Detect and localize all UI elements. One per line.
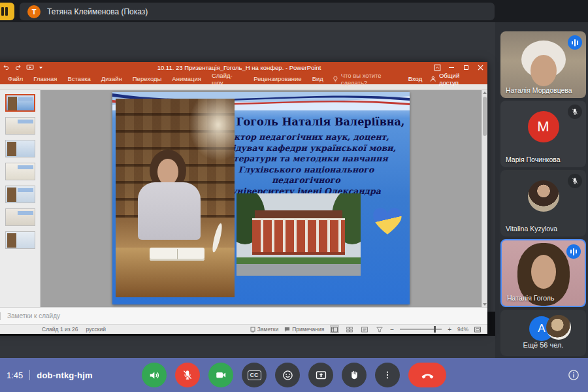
mic-off-icon (568, 174, 582, 188)
tab-animations[interactable]: Анимация (167, 73, 206, 84)
normal-view-button[interactable] (330, 325, 339, 333)
speaker-icon (148, 369, 161, 382)
quick-access-toolbar (0, 64, 43, 71)
slide-thumbnail[interactable] (5, 94, 35, 112)
undo-icon[interactable] (3, 64, 10, 71)
present-screen-icon (315, 369, 327, 382)
zoom-in-button[interactable]: + (448, 326, 451, 333)
meeting-info: 1:45 dob-ntkg-hjm (7, 358, 93, 392)
tab-file[interactable]: Файл (3, 73, 28, 84)
ribbon-options-icon[interactable] (430, 62, 444, 73)
reactions-button[interactable] (275, 363, 300, 387)
slide-counter: Слайд 1 из 26 (42, 326, 78, 333)
camera-button[interactable] (208, 363, 233, 387)
more-participants-tile[interactable]: A Ещё 56 чел. (500, 310, 586, 356)
participant-name: Наталія Мордовцева (506, 86, 572, 94)
more-options-icon (382, 370, 393, 380)
portrait-photo (116, 99, 235, 297)
end-call-button[interactable] (408, 363, 446, 387)
meeting-details-button[interactable] (567, 368, 580, 384)
meet-control-bar: 1:45 dob-ntkg-hjm CC (0, 358, 588, 392)
vertical-scrollbar[interactable] (482, 90, 487, 307)
ppt-status-bar: Слайд 1 из 26 русский Заметки Примечания (0, 324, 487, 334)
slide-thumbnail[interactable] (5, 117, 35, 135)
mic-off-icon (182, 369, 193, 381)
participant-tile[interactable]: М Марія Починкова (500, 101, 586, 167)
raise-hand-button[interactable] (342, 363, 367, 387)
zoom-slider[interactable] (400, 329, 442, 330)
participant-tile[interactable]: Vitalina Kyzylova (500, 170, 586, 237)
captions-icon: CC (248, 370, 261, 380)
slide-thumbnail[interactable] (5, 231, 35, 249)
zoom-out-button[interactable]: − (390, 326, 394, 333)
avatar: М (528, 111, 559, 142)
avatar-photo (546, 315, 571, 340)
start-slideshow-icon[interactable] (26, 64, 34, 71)
camera-icon (215, 369, 227, 381)
share-label: Общий доступ (439, 72, 480, 86)
slide-title: Гоголь Наталія Валеріївна, (235, 116, 406, 128)
notes-toggle[interactable]: Заметки (250, 326, 279, 333)
tab-transitions[interactable]: Переходы (127, 73, 167, 84)
more-options-button[interactable] (375, 363, 400, 387)
restore-button[interactable] (459, 62, 473, 73)
university-building-photo (237, 193, 361, 276)
person-icon (430, 76, 436, 82)
language-indicator[interactable]: русский (86, 326, 106, 333)
slideshow-view-button[interactable] (375, 325, 384, 333)
more-participants-label: Ещё 56 чел. (500, 341, 586, 349)
slide-thumbnail[interactable] (5, 208, 35, 226)
participant-tile-active-speaker[interactable]: Наталія Гоголь (500, 239, 586, 307)
notes-pane[interactable]: ▾ Заметки к слайду (0, 307, 487, 324)
ppt-window-title: 10.11. 23 Призентація_Гоголь_Н на конфер… (0, 64, 487, 71)
tell-me-box[interactable]: Что вы хотите сделать? (333, 72, 408, 86)
current-slide[interactable]: Гоголь Наталія Валеріївна, доктор педаго… (112, 92, 410, 304)
customize-qat-caret-icon[interactable] (39, 65, 43, 70)
presenter-pill[interactable]: Т Тетяна Клейменова (Показ) (20, 3, 495, 20)
captions-button[interactable]: CC (242, 363, 267, 387)
sign-in-button[interactable]: Вход (408, 75, 423, 82)
call-controls: CC (142, 363, 446, 387)
fit-to-window-icon[interactable] (474, 327, 481, 333)
tab-review[interactable]: Рецензирование (248, 73, 306, 84)
ribbon-tab-bar: Файл Главная Вставка Дизайн Переходы Ани… (0, 73, 487, 84)
end-call-icon (421, 368, 434, 382)
top-bar: Т Тетяна Клейменова (Показ) (0, 0, 588, 22)
present-screen-button[interactable] (308, 363, 333, 387)
reading-view-button[interactable] (360, 325, 369, 333)
comment-icon (284, 327, 290, 333)
raise-hand-icon (348, 369, 360, 381)
tell-me-label: Что вы хотите сделать? (341, 72, 408, 86)
ribbon-right-actions: Вход Общий доступ (408, 72, 487, 86)
window-controls (430, 62, 487, 73)
ukraine-flag-heart-icon (372, 208, 402, 237)
comments-toggle[interactable]: Примечания (284, 326, 324, 333)
meeting-code: dob-ntkg-hjm (37, 370, 92, 380)
slide-sorter-view-button[interactable] (345, 325, 354, 333)
speaker-button[interactable] (142, 363, 167, 387)
tab-home[interactable]: Главная (28, 73, 62, 84)
close-button[interactable] (473, 62, 487, 73)
participant-name: Марія Починкова (506, 155, 561, 163)
minimize-button[interactable] (444, 62, 459, 73)
slide-thumbnail[interactable] (5, 186, 35, 203)
share-button[interactable]: Общий доступ (430, 72, 480, 86)
avatar-photo (528, 180, 559, 212)
slide-thumbnail[interactable] (5, 163, 35, 180)
info-icon (567, 368, 580, 382)
tab-slideshow[interactable]: Слайд-шоу (206, 73, 248, 84)
presentation-app-icon[interactable] (0, 3, 14, 20)
tab-design[interactable]: Дизайн (96, 73, 127, 84)
zoom-level[interactable]: 94% (457, 326, 468, 333)
ppt-workspace: Гоголь Наталія Валеріївна, доктор педаго… (0, 90, 487, 307)
tab-view[interactable]: Вид (307, 73, 329, 84)
redo-icon[interactable] (14, 64, 22, 71)
participant-tile[interactable]: Наталія Мордовцева (500, 31, 586, 98)
mic-button-muted[interactable] (175, 363, 200, 387)
speaking-indicator-icon (566, 244, 581, 259)
notes-collapse-icon[interactable]: ▾ (0, 312, 1, 320)
slide-canvas: Гоголь Наталія Валеріївна, доктор педаго… (41, 90, 482, 307)
speaking-indicator-icon (568, 35, 582, 50)
tab-insert[interactable]: Вставка (63, 73, 96, 84)
slide-thumbnail[interactable] (5, 140, 35, 157)
